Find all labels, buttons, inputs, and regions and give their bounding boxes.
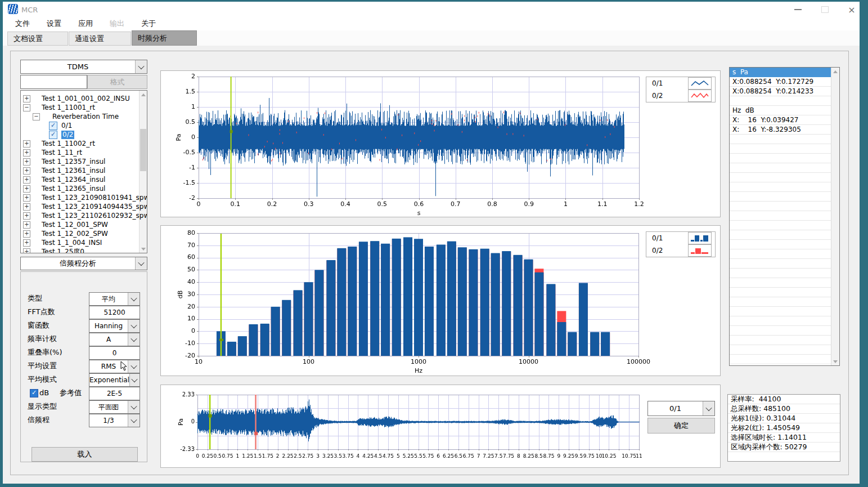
chevron-down-icon[interactable] bbox=[128, 333, 140, 346]
expand-icon[interactable]: + bbox=[23, 230, 30, 238]
minimize-button[interactable] bbox=[789, 3, 806, 16]
chevron-down-icon[interactable] bbox=[128, 414, 140, 427]
expand-icon[interactable]: + bbox=[23, 212, 30, 220]
menu-item-output[interactable]: 输出 bbox=[105, 17, 129, 30]
chevron-down-icon[interactable] bbox=[128, 401, 140, 413]
reading-row[interactable]: Hz dB bbox=[730, 106, 832, 115]
legend-item-0-2[interactable]: 0/2 bbox=[646, 90, 715, 102]
expand-icon[interactable]: + bbox=[23, 158, 30, 166]
legend-item-0-1[interactable]: 0/1 bbox=[646, 232, 715, 244]
type-select[interactable]: 平均 bbox=[89, 292, 140, 306]
reading-row[interactable]: s Pa bbox=[730, 68, 832, 77]
tree-scrollbar-thumb[interactable] bbox=[140, 129, 146, 171]
scroll-down-icon[interactable] bbox=[140, 245, 147, 253]
tree-item[interactable]: +Test 1_11_rt bbox=[21, 148, 139, 157]
tree-item[interactable]: +Test 1_1_004_INSI bbox=[21, 238, 139, 247]
tree-item[interactable]: −Test 1_11001_rt bbox=[21, 103, 139, 112]
menu-item-settings[interactable]: 设置 bbox=[42, 17, 66, 30]
tree-item[interactable]: +Test 1_001_001_002_INSU bbox=[21, 94, 139, 103]
readings-scrollbar[interactable] bbox=[831, 68, 839, 365]
average-setting-select[interactable]: RMS bbox=[89, 360, 140, 373]
scroll-down-icon[interactable] bbox=[831, 358, 839, 365]
collapse-icon[interactable]: − bbox=[23, 104, 30, 111]
octave-fraction-select[interactable]: 1/3 bbox=[89, 414, 140, 427]
expand-icon[interactable]: + bbox=[23, 194, 30, 202]
expand-icon[interactable]: + bbox=[23, 221, 30, 229]
octave-fraction-value: 1/3 bbox=[89, 414, 128, 427]
db-reference-input[interactable]: 2E-5 bbox=[89, 387, 140, 400]
tree-item[interactable]: +Test 1_123_210914094435_spw bbox=[21, 202, 139, 211]
chevron-down-icon[interactable] bbox=[128, 320, 140, 332]
tree-item[interactable]: −Reverberation Time bbox=[21, 112, 139, 121]
chevron-down-icon[interactable] bbox=[128, 360, 140, 373]
tree-item[interactable]: +Test 1_12361_insul bbox=[21, 166, 139, 175]
window-function-select[interactable]: Hanning bbox=[89, 319, 140, 333]
scroll-up-icon[interactable] bbox=[140, 91, 147, 99]
expand-icon[interactable]: + bbox=[23, 239, 30, 247]
tree-item[interactable]: +Test 1_11002_rt bbox=[21, 139, 139, 148]
tree-item[interactable]: ✓0/2 bbox=[21, 130, 139, 139]
expand-icon[interactable]: + bbox=[23, 203, 30, 211]
expand-icon[interactable]: + bbox=[23, 167, 30, 175]
tree-item-label: Test 1_11_rt bbox=[42, 149, 82, 157]
waveform-zoom-chart[interactable] bbox=[161, 71, 720, 217]
collapse-icon[interactable]: − bbox=[33, 113, 40, 120]
menu-item-application[interactable]: 应用 bbox=[74, 17, 97, 30]
tree-item[interactable]: +Test 1_12_002_SPW bbox=[21, 229, 139, 238]
tree-item[interactable]: +Test 1_123_210908101941_spw bbox=[21, 193, 139, 202]
expand-icon[interactable]: + bbox=[23, 248, 30, 253]
tree-item[interactable]: +Test 1_123_211026102932_spw bbox=[21, 211, 139, 220]
tab-time-frequency-analysis[interactable]: 时频分析 bbox=[132, 30, 197, 46]
chevron-down-icon[interactable] bbox=[135, 60, 147, 73]
maximize-button[interactable] bbox=[816, 3, 833, 16]
reading-row[interactable]: X:0.088254 Y:0.172729 bbox=[730, 77, 832, 87]
expand-icon[interactable]: + bbox=[23, 149, 30, 157]
tab-channel-settings[interactable]: 通道设置 bbox=[69, 32, 131, 46]
expand-icon[interactable]: + bbox=[23, 185, 30, 193]
tree-scrollbar[interactable] bbox=[139, 91, 147, 253]
reading-row[interactable]: X: 16 Y:-8.329305 bbox=[730, 125, 832, 135]
frequency-weighting-select[interactable]: A bbox=[89, 333, 140, 346]
waveform-overview-chart[interactable] bbox=[161, 385, 720, 467]
tree-item[interactable]: ✓0/1 bbox=[21, 121, 139, 130]
scroll-up-icon[interactable] bbox=[831, 68, 839, 75]
file-format-select[interactable]: TDMS bbox=[20, 60, 147, 74]
menu-item-file[interactable]: 文件 bbox=[11, 17, 34, 30]
chevron-down-icon[interactable] bbox=[129, 374, 140, 386]
db-reference-checkbox[interactable]: ✓ bbox=[30, 389, 38, 397]
channel-checkbox[interactable]: ✓ bbox=[49, 131, 57, 139]
tree-item[interactable]: +Test 1_12357_insul bbox=[21, 157, 139, 166]
load-button[interactable]: 载入 bbox=[32, 447, 138, 462]
confirm-button[interactable]: 确定 bbox=[647, 418, 715, 434]
tree-item[interactable]: +Test 1_12_001_SPW bbox=[21, 220, 139, 229]
channel-select[interactable]: 0/1 bbox=[647, 401, 715, 416]
filter-input[interactable] bbox=[20, 75, 87, 89]
reading-row[interactable]: X: 16 Y:0.039427 bbox=[730, 115, 832, 125]
tree-item[interactable]: +Test 1_25度0 bbox=[21, 247, 139, 253]
fft-points-input[interactable]: 51200 bbox=[89, 306, 140, 319]
legend-item-0-1[interactable]: 0/1 bbox=[646, 77, 715, 90]
overlap-percent-input[interactable]: 0 bbox=[89, 346, 140, 360]
average-mode-select[interactable]: Exponential bbox=[89, 373, 140, 387]
format-button[interactable]: 格式 bbox=[87, 75, 147, 89]
reading-row[interactable]: X:0.088254 Y:0.214233 bbox=[730, 87, 832, 96]
waveform-zoom-legend: 0/10/2 bbox=[646, 77, 716, 102]
expand-icon[interactable]: + bbox=[23, 176, 30, 184]
tree-item[interactable]: +Test 1_12364_insul bbox=[21, 175, 139, 184]
display-type-select[interactable]: 平面图 bbox=[89, 400, 140, 414]
reading-row[interactable] bbox=[730, 96, 832, 106]
analysis-type-select[interactable]: 倍频程分析 bbox=[20, 257, 147, 270]
tree-item[interactable]: +Test 1_12365_insul bbox=[21, 184, 139, 193]
chevron-down-icon[interactable] bbox=[703, 401, 714, 415]
channel-checkbox[interactable]: ✓ bbox=[49, 122, 57, 130]
tab-document-settings[interactable]: 文档设置 bbox=[7, 32, 68, 46]
expand-icon[interactable]: + bbox=[23, 140, 30, 148]
chevron-down-icon[interactable] bbox=[128, 293, 140, 305]
legend-item-0-2[interactable]: 0/2 bbox=[646, 244, 715, 257]
octave-spectrum-chart[interactable] bbox=[161, 226, 720, 376]
chevron-down-icon[interactable] bbox=[135, 257, 147, 270]
title-bar[interactable]: MCR × bbox=[3, 2, 860, 17]
expand-icon[interactable]: + bbox=[23, 95, 30, 102]
close-button[interactable]: × bbox=[843, 3, 860, 16]
menu-item-about[interactable]: 关于 bbox=[137, 17, 160, 30]
